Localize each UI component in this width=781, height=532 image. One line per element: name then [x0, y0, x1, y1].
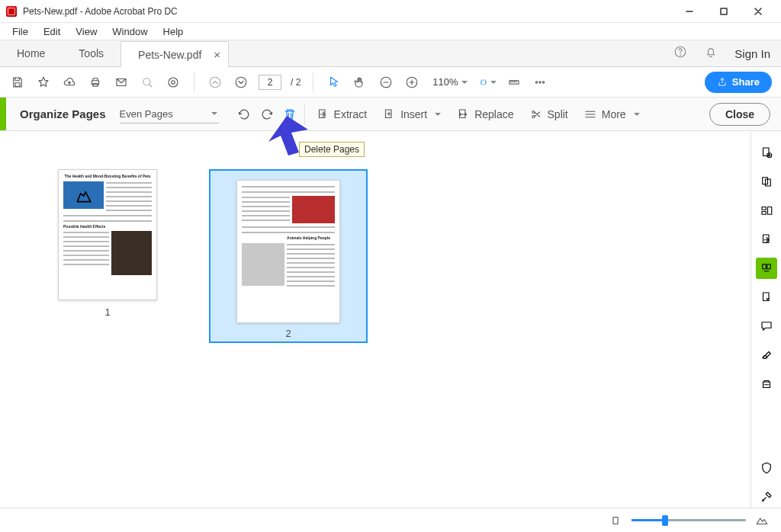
- close-window-button[interactable]: [741, 0, 775, 23]
- hand-icon[interactable]: [352, 74, 368, 91]
- svg-point-17: [538, 81, 540, 82]
- create-pdf-icon[interactable]: [756, 142, 777, 163]
- search-icon[interactable]: [139, 74, 156, 91]
- print-icon[interactable]: [87, 74, 104, 91]
- svg-rect-34: [767, 264, 770, 269]
- organize-pages-icon[interactable]: [756, 258, 777, 279]
- slider-thumb[interactable]: [662, 515, 668, 526]
- title-bar: Pets-New.pdf - Adobe Acrobat Pro DC: [0, 0, 781, 23]
- menu-edit[interactable]: Edit: [37, 24, 66, 39]
- more-icon[interactable]: [532, 74, 548, 91]
- svg-rect-3: [15, 82, 20, 86]
- organize-pages-bar: Organize Pages Even Pages Extract Insert…: [0, 98, 781, 131]
- zoom-dropdown[interactable]: 110%: [429, 75, 470, 89]
- page-number-input[interactable]: [259, 75, 281, 90]
- menu-file[interactable]: File: [6, 24, 34, 39]
- thumbnail-small-icon[interactable]: [609, 514, 622, 527]
- fill-sign-icon[interactable]: [756, 345, 777, 366]
- bell-icon[interactable]: [704, 45, 718, 62]
- organize-pages-title: Organize Pages: [6, 107, 120, 120]
- thumbnail-size-slider[interactable]: [632, 519, 746, 521]
- zoom-out-icon[interactable]: [378, 74, 394, 91]
- svg-rect-33: [762, 264, 766, 269]
- ruler-icon[interactable]: [506, 74, 522, 91]
- thumb-label-1: 1: [104, 306, 110, 318]
- menu-window[interactable]: Window: [106, 24, 153, 39]
- close-tab-icon[interactable]: ×: [214, 48, 220, 61]
- replace-button[interactable]: Replace: [448, 103, 521, 126]
- main-toolbar: / 2 110% Share: [0, 67, 781, 98]
- tool-accent-strip: [0, 98, 6, 130]
- tab-document-label: Pets-New.pdf: [138, 49, 201, 61]
- svg-rect-29: [762, 207, 766, 210]
- menu-help[interactable]: Help: [157, 24, 190, 39]
- share-button-label: Share: [732, 76, 760, 88]
- cloud-upload-icon[interactable]: [61, 74, 78, 91]
- svg-rect-25: [763, 148, 769, 156]
- window-title: Pets-New.pdf - Adobe Acrobat Pro DC: [23, 6, 178, 17]
- thumbnail-area: The Health and Mood-Boosting Benefits of…: [0, 131, 781, 508]
- svg-point-16: [535, 81, 537, 82]
- svg-point-2: [680, 54, 681, 55]
- more-tools-icon[interactable]: [756, 486, 777, 508]
- svg-rect-38: [613, 517, 618, 524]
- svg-point-18: [542, 81, 544, 82]
- svg-point-7: [143, 78, 150, 85]
- close-tool-button[interactable]: Close: [709, 103, 770, 126]
- star-icon[interactable]: [35, 74, 52, 91]
- tab-right-cluster: Sign In: [673, 40, 781, 66]
- svg-point-9: [172, 80, 175, 84]
- thumbnail-large-icon[interactable]: [755, 514, 769, 527]
- tab-home[interactable]: Home: [0, 40, 62, 66]
- svg-point-11: [236, 77, 246, 88]
- svg-point-8: [169, 78, 178, 87]
- separator: [194, 72, 194, 92]
- window-controls: [672, 0, 775, 23]
- thumb-label-2: 2: [285, 328, 291, 339]
- svg-rect-30: [762, 212, 766, 215]
- share-button[interactable]: Share: [705, 72, 772, 93]
- send-for-comments-icon[interactable]: [756, 287, 777, 308]
- tab-document[interactable]: Pets-New.pdf ×: [121, 41, 229, 67]
- save-icon[interactable]: [9, 74, 26, 91]
- fit-page-icon[interactable]: [480, 74, 497, 91]
- split-button[interactable]: Split: [522, 103, 576, 126]
- right-tools-rail: [750, 131, 781, 508]
- target-icon[interactable]: [165, 74, 182, 91]
- page-range-dropdown[interactable]: Even Pages: [120, 105, 219, 123]
- app-tabs: Home Tools Pets-New.pdf × Sign In: [0, 40, 781, 67]
- more-dropdown[interactable]: More: [576, 103, 648, 126]
- edit-pdf-icon[interactable]: [756, 200, 777, 221]
- svg-rect-0: [721, 8, 727, 14]
- combine-files-icon[interactable]: [756, 171, 777, 192]
- tab-tools[interactable]: Tools: [62, 40, 121, 66]
- page-up-icon[interactable]: [207, 74, 223, 91]
- protect-icon[interactable]: [756, 457, 777, 479]
- comment-icon[interactable]: [756, 316, 777, 337]
- pointer-icon[interactable]: [326, 74, 342, 91]
- sign-in-button[interactable]: Sign In: [734, 47, 770, 60]
- help-icon[interactable]: [673, 45, 687, 62]
- minimize-button[interactable]: [672, 0, 706, 23]
- extract-button[interactable]: Extract: [308, 103, 375, 126]
- app-logo-icon: [6, 6, 17, 17]
- rotate-left-icon[interactable]: [233, 103, 256, 126]
- svg-rect-31: [767, 207, 771, 215]
- maximize-button[interactable]: [706, 0, 741, 23]
- page-total: / 2: [291, 77, 301, 88]
- insert-dropdown[interactable]: Insert: [374, 103, 448, 126]
- optimize-pdf-icon[interactable]: [756, 373, 777, 395]
- status-bar: [0, 508, 781, 532]
- delete-pages-tooltip: Delete Pages: [299, 142, 365, 157]
- zoom-in-icon[interactable]: [403, 74, 420, 91]
- separator: [313, 72, 313, 92]
- menu-view[interactable]: View: [69, 24, 103, 39]
- page-thumbnail-1[interactable]: The Health and Mood-Boosting Benefits of…: [58, 169, 157, 343]
- menu-bar: File Edit View Window Help: [0, 23, 781, 40]
- export-pdf-icon[interactable]: [756, 229, 777, 250]
- svg-rect-14: [481, 80, 485, 85]
- svg-point-10: [210, 77, 220, 88]
- email-icon[interactable]: [113, 74, 130, 91]
- page-down-icon[interactable]: [233, 74, 249, 91]
- page-thumbnail-2-selected[interactable]: Animals Helping People 2: [209, 169, 368, 343]
